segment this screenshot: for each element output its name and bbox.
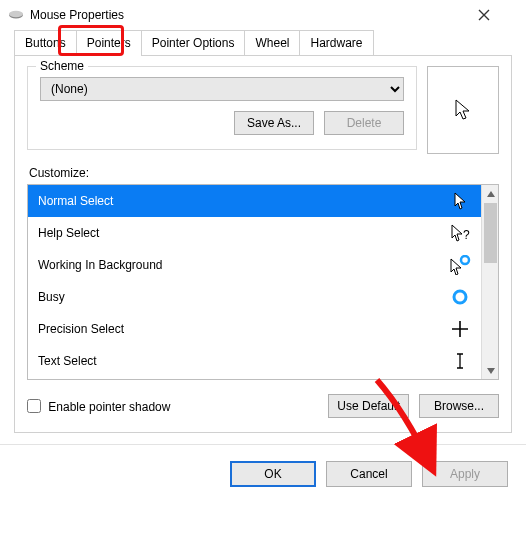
list-item[interactable]: Working In Background	[28, 249, 481, 281]
tab-label: Wheel	[255, 36, 289, 50]
cursor-preview	[427, 66, 499, 154]
scheme-group-label: Scheme	[36, 59, 88, 73]
browse-button[interactable]: Browse...	[419, 394, 499, 418]
scrollbar[interactable]	[481, 185, 498, 379]
list-item[interactable]: Precision Select	[28, 313, 481, 345]
list-item[interactable]: Text Select	[28, 345, 481, 377]
scroll-down-icon[interactable]	[482, 362, 499, 379]
list-item[interactable]: Help Select ?	[28, 217, 481, 249]
scheme-select[interactable]: (None)	[40, 77, 404, 101]
list-item-label: Normal Select	[38, 194, 113, 208]
save-as-button[interactable]: Save As...	[234, 111, 314, 135]
apply-button[interactable]: Apply	[422, 461, 508, 487]
ok-button[interactable]: OK	[230, 461, 316, 487]
tab-label: Pointers	[87, 36, 131, 50]
svg-point-1	[9, 11, 23, 17]
tab-pointer-options[interactable]: Pointer Options	[141, 30, 246, 56]
list-item-label: Busy	[38, 290, 65, 304]
cursor-crosshair-icon	[449, 320, 471, 338]
cursor-ibeam-icon	[449, 352, 471, 370]
use-default-button[interactable]: Use Default	[328, 394, 409, 418]
enable-shadow-checkbox[interactable]: Enable pointer shadow	[27, 399, 170, 414]
list-item-label: Precision Select	[38, 322, 124, 336]
svg-text:?: ?	[463, 228, 470, 242]
pointers-panel: Scheme (None) Save As... Delete Customiz…	[14, 55, 512, 433]
list-item[interactable]: Busy	[28, 281, 481, 313]
customize-listbox[interactable]: Normal Select Help Select ? Working In B…	[27, 184, 499, 380]
enable-shadow-label: Enable pointer shadow	[48, 400, 170, 414]
cursor-arrow-icon	[449, 191, 471, 211]
titlebar: Mouse Properties	[0, 0, 526, 30]
close-button[interactable]	[478, 9, 518, 21]
mouse-icon	[8, 10, 24, 20]
scheme-group: Scheme (None) Save As... Delete	[27, 66, 417, 150]
cursor-help-icon: ?	[449, 223, 471, 243]
tab-wheel[interactable]: Wheel	[244, 30, 300, 56]
tab-label: Buttons	[25, 36, 66, 50]
list-item-label: Help Select	[38, 226, 99, 240]
svg-point-3	[461, 256, 469, 264]
list-item-label: Working In Background	[38, 258, 163, 272]
cursor-busy-icon	[449, 288, 471, 306]
customize-label: Customize:	[29, 166, 499, 180]
window-title: Mouse Properties	[30, 8, 478, 22]
enable-shadow-input[interactable]	[27, 399, 41, 413]
cursor-working-icon	[449, 255, 471, 275]
cancel-button[interactable]: Cancel	[326, 461, 412, 487]
scroll-up-icon[interactable]	[482, 185, 499, 202]
scroll-thumb[interactable]	[484, 203, 497, 263]
mouse-properties-window: Mouse Properties Buttons Pointers Pointe…	[0, 0, 526, 545]
tab-hardware[interactable]: Hardware	[299, 30, 373, 56]
svg-point-4	[454, 291, 466, 303]
tab-strip: Buttons Pointers Pointer Options Wheel H…	[0, 30, 526, 56]
list-item[interactable]: Normal Select	[28, 185, 481, 217]
tab-label: Pointer Options	[152, 36, 235, 50]
tab-label: Hardware	[310, 36, 362, 50]
dialog-buttons: OK Cancel Apply	[0, 444, 526, 487]
delete-button[interactable]: Delete	[324, 111, 404, 135]
list-item-label: Text Select	[38, 354, 97, 368]
tab-buttons[interactable]: Buttons	[14, 30, 77, 56]
tab-pointers[interactable]: Pointers	[76, 30, 142, 56]
